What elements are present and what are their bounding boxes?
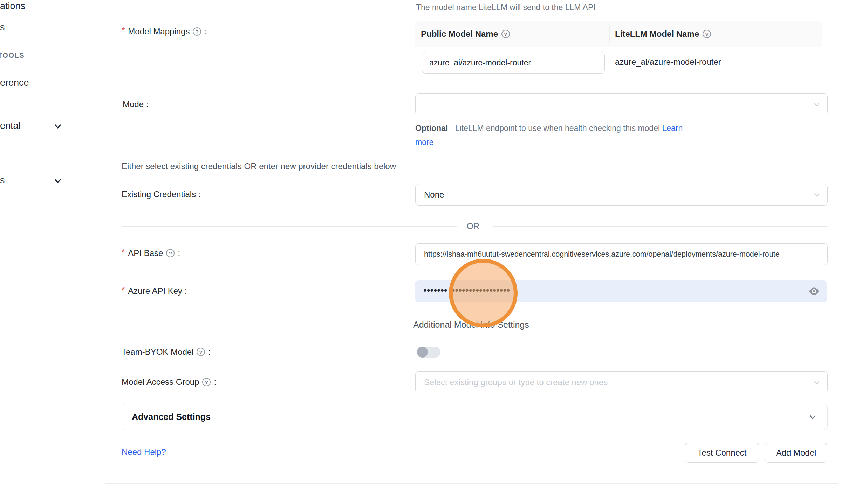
required-asterisk: * (122, 247, 125, 257)
learn-more-link[interactable]: Learn (662, 124, 683, 133)
credentials-note: Either select existing credentials OR en… (122, 161, 396, 171)
model-name-hint: The model name LiteLLM will send to the … (416, 3, 596, 12)
api-base-label: * API Base ? : (122, 248, 180, 258)
divider (493, 226, 828, 227)
required-asterisk: * (122, 26, 125, 35)
existing-credentials-label: Existing Credentials : (122, 189, 201, 199)
team-byok-toggle[interactable] (417, 347, 440, 358)
advanced-settings-toggle[interactable]: Advanced Settings (122, 404, 828, 430)
table-header: Public Model Name ? LiteLLM Model Name ? (415, 21, 822, 47)
chevron-down-icon (813, 378, 821, 387)
password-mask: ••••••• (423, 285, 447, 295)
azure-api-key-label: * Azure API Key : (122, 286, 187, 296)
eye-icon[interactable] (808, 287, 820, 296)
sidebar-section-tools: TOOLS (0, 51, 25, 60)
sidebar-item-experimental[interactable]: ental (0, 120, 21, 131)
mode-label: Mode : (123, 99, 149, 109)
help-icon[interactable]: ? (501, 30, 510, 38)
learn-more-link[interactable]: more (415, 138, 433, 147)
help-icon[interactable]: ? (197, 348, 205, 356)
team-byok-label: Team-BYOK Model ? : (122, 347, 211, 357)
chevron-down-icon (808, 412, 818, 422)
chevron-down-icon (813, 100, 821, 109)
chevron-down-icon[interactable] (53, 122, 62, 131)
mode-help-text: Optional - LiteLLM endpoint to use when … (415, 121, 706, 149)
help-icon[interactable]: ? (193, 27, 201, 36)
model-access-group-label: Model Access Group ? : (122, 377, 216, 387)
column-divider (609, 25, 610, 43)
toggle-knob (417, 347, 428, 358)
mode-select[interactable] (415, 93, 828, 115)
public-model-name-input[interactable] (422, 52, 605, 74)
sidebar: ations s TOOLS erence ental s (0, 0, 105, 485)
divider (543, 325, 828, 325)
required-asterisk: * (122, 285, 125, 295)
litellm-model-name-value: azure_ai/azure-model-router (615, 57, 721, 67)
divider (122, 226, 457, 227)
help-icon[interactable]: ? (202, 378, 211, 386)
help-icon[interactable]: ? (703, 30, 711, 38)
sidebar-item-inference[interactable]: erence (0, 77, 29, 88)
existing-credentials-select[interactable]: None (415, 184, 828, 206)
chevron-down-icon[interactable] (53, 176, 62, 186)
test-connect-button[interactable]: Test Connect (685, 443, 759, 463)
help-icon[interactable]: ? (166, 249, 175, 257)
column-header-litellm-model-name: LiteLLM Model Name ? (615, 21, 712, 47)
or-divider-text: OR (467, 221, 479, 231)
sidebar-item-1[interactable]: s (0, 22, 5, 33)
sidebar-item-settings[interactable]: s (0, 175, 5, 186)
add-model-page: ations s TOOLS erence ental s The model … (0, 0, 868, 485)
model-access-group-select[interactable]: Select existing groups or type to create… (415, 371, 828, 393)
model-mappings-label: * Model Mappings ? : (122, 27, 207, 36)
divider (122, 325, 405, 325)
sidebar-item-organizations[interactable]: ations (0, 1, 25, 12)
cursor-highlight-circle (449, 259, 518, 327)
chevron-down-icon (813, 190, 821, 199)
add-model-button[interactable]: Add Model (765, 443, 827, 463)
model-mappings-table: Public Model Name ? LiteLLM Model Name ?… (415, 21, 822, 75)
need-help-link[interactable]: Need Help? (122, 447, 166, 457)
column-header-public-model-name: Public Model Name ? (421, 21, 511, 47)
